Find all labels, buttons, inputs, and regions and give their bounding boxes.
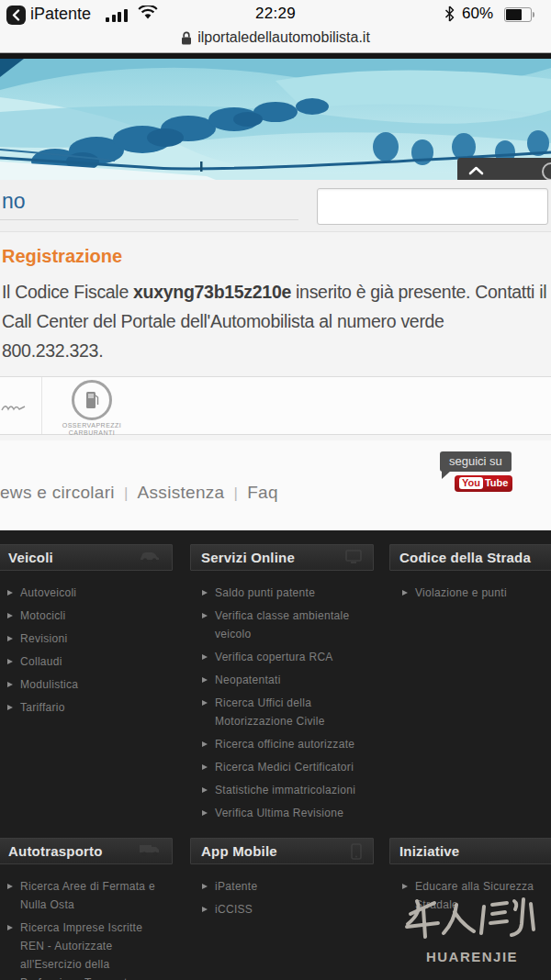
footer-link[interactable]: iPatente [202, 877, 372, 896]
youtube-logo-you: You [459, 477, 483, 489]
status-row: iPatente 22:29 60% [0, 0, 551, 29]
footer-link[interactable]: Autoveicoli [7, 584, 168, 602]
footer-header-servizi-online[interactable]: Servizi Online [190, 544, 374, 571]
truck-icon [139, 843, 161, 856]
social-area: seguici su You Tube ews e circolari|Assi… [0, 440, 551, 530]
footer-column-app-mobile: App Mobile iPatenteiCCISS [190, 838, 374, 923]
footer-header-codice-strada[interactable]: Codice della Strada [389, 544, 551, 571]
partial-button-icon [542, 162, 551, 181]
bluetooth-icon [444, 6, 455, 22]
url-bar[interactable]: ilportaledellautomobilista.it [0, 29, 551, 51]
section-divider [0, 231, 551, 232]
footer-link[interactable]: Ricerca Aree di Fermata e Nulla Osta [7, 877, 168, 914]
car-icon [139, 550, 161, 562]
footer-link[interactable]: Revisioni [7, 629, 168, 648]
footer-header-veicoli[interactable]: Veicoli [0, 544, 173, 571]
huarenjie-label: HUARENJIE [399, 949, 545, 964]
truncated-heading: no [2, 189, 26, 214]
footer-list: Violazione e punti [402, 584, 551, 602]
url-text: ilportaledellautomobilista.it [197, 29, 370, 46]
nav-link-faq[interactable]: Faq [247, 483, 278, 502]
text-input[interactable] [317, 188, 548, 225]
fuel-pump-icon [72, 380, 112, 420]
huarenjie-watermark: HUARENJIE [399, 896, 545, 964]
footer-link[interactable]: Verifica Ultima Revisione [202, 804, 372, 822]
footer-link[interactable]: Statistiche immatricolazioni [202, 781, 372, 799]
status-bar: iPatente 22:29 60% ilportaledellautomobi… [0, 0, 551, 52]
footer-link[interactable]: Ricerca Medici Certificatori [202, 758, 372, 776]
nav-link-assistenza[interactable]: Assistenza [138, 483, 225, 502]
scroll-to-top-button[interactable] [457, 158, 551, 183]
footer-link[interactable]: Verifica copertura RCA [202, 648, 372, 666]
footer-column-servizi-online: Servizi Online Saldo punti patenteVerifi… [190, 544, 374, 827]
battery-icon [504, 7, 532, 22]
footer-link[interactable]: Ricerca Uffici della Motorizzazione Civi… [202, 694, 372, 730]
footer-link[interactable]: Saldo punti patente [202, 584, 372, 602]
heading-underline [0, 219, 298, 220]
secondary-nav: ews e circolari|Assistenza|Faq [0, 483, 278, 503]
footer-column-autotrasporto: Autotrasporto Ricerca Aree di Fermata e … [0, 838, 173, 980]
osservaprezzi-logo[interactable]: OSSERVAPREZZI CARBURANTI [51, 380, 133, 437]
site-footer: Veicoli AutoveicoliMotocicliRevisioniCol… [0, 530, 551, 980]
footer-link[interactable]: Ricerca Imprese Iscritte REN - Autorizza… [7, 919, 168, 980]
footer-link[interactable]: Ricerca officine autorizzate [202, 735, 372, 753]
footer-link[interactable]: iCCISS [202, 900, 372, 919]
footer-header-app-mobile[interactable]: App Mobile [190, 838, 374, 864]
error-message: Il Codice Fiscale xuxyng73b15z210e inser… [2, 277, 550, 365]
nav-link-news[interactable]: ews e circolari [0, 483, 115, 502]
footer-link[interactable]: Verifica classe ambientale veicolo [202, 607, 372, 643]
logo-caption: OSSERVAPREZZI CARBURANTI [51, 422, 133, 437]
codice-fiscale-value: xuxyng73b15z210e [133, 282, 291, 302]
login-row: no [0, 180, 551, 231]
footer-header-iniziative[interactable]: Iniziative [389, 838, 551, 864]
footer-link[interactable]: Tariffario [7, 698, 168, 717]
footer-link[interactable]: Neopatentati [202, 671, 372, 689]
follow-us-tooltip: seguici su [440, 451, 512, 472]
footer-list: Saldo punti patenteVerifica classe ambie… [202, 584, 372, 822]
lock-icon [181, 31, 192, 45]
footer-list: AutoveicoliMotocicliRevisioniCollaudiMod… [7, 584, 168, 717]
footer-list: iPatenteiCCISS [202, 877, 372, 919]
youtube-logo-tube: Tube [485, 477, 508, 489]
registration-title: Registrazione [2, 246, 122, 267]
smartphone-icon [351, 843, 362, 860]
youtube-button[interactable]: You Tube [455, 475, 512, 492]
page-content: no Registrazione Il Codice Fiscale xuxyn… [0, 180, 551, 530]
partner-logo-fragment [0, 401, 28, 418]
footer-column-veicoli: Veicoli AutoveicoliMotocicliRevisioniCol… [0, 544, 173, 721]
footer-link[interactable]: Collaudi [7, 652, 168, 671]
footer-column-codice-strada: Codice della Strada Violazione e punti [389, 544, 551, 607]
footer-list: Ricerca Aree di Fermata e Nulla OstaRice… [7, 877, 168, 980]
footer-link[interactable]: Modulistica [7, 675, 168, 694]
footer-link[interactable]: Motocicli [7, 607, 168, 625]
vertical-divider [41, 377, 42, 434]
monitor-icon [345, 550, 362, 564]
chevron-up-icon [468, 166, 484, 175]
partner-logo-band: OSSERVAPREZZI CARBURANTI [0, 376, 551, 435]
battery-percent: 60% [462, 5, 493, 23]
huarenjie-calligraphy-icon [403, 896, 541, 943]
footer-header-autotrasporto[interactable]: Autotrasporto [0, 838, 173, 864]
iphone-screen: iPatente 22:29 60% ilportaledellautomobi… [0, 0, 551, 980]
footer-link[interactable]: Violazione e punti [402, 584, 551, 602]
